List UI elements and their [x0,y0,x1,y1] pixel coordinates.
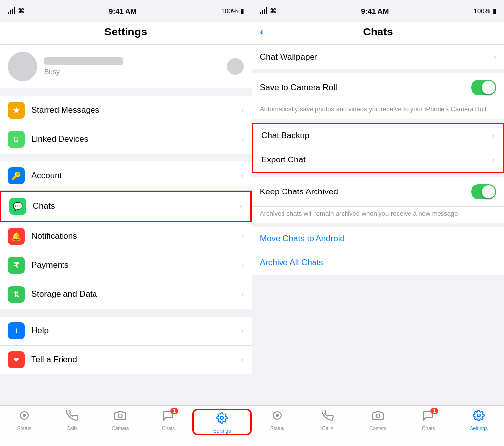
battery-percentage: 100% [221,7,238,15]
status-bar-right-icons: ⌘ [260,7,276,15]
sidebar-item-chats[interactable]: 💬 Chats › [0,191,252,222]
signal-icon [8,7,15,14]
chats-page-title: Chats [363,26,393,38]
keep-archived-item[interactable]: Keep Chats Archived [252,177,504,207]
chat-backup-item[interactable]: Chat Backup › [253,124,503,148]
status-tab-label: Status [17,426,31,431]
time-display-right: 9:41 AM [361,7,389,15]
chevron-icon: › [241,171,244,180]
chats-menu-icon: 💬 [9,198,26,215]
camera-tab-icon [114,410,126,424]
tab-status[interactable]: Status [0,409,48,431]
backup-label: Chat Backup [261,131,492,141]
status-bar-right: ⌘ 9:41 AM 100% ▮ [252,0,504,22]
right-section-wallpaper: Chat Wallpaper › [252,45,504,69]
chevron-icon: › [241,355,244,364]
profile-status: Busy [44,68,220,76]
sidebar-item-payments[interactable]: ₹ Payments › [0,251,252,280]
sidebar-item-starred[interactable]: ★ Starred Messages › [0,96,252,125]
tab-chats-right[interactable]: 1 Chats [403,409,453,431]
sidebar-item-help[interactable]: i Help › [0,317,252,346]
time-display: 9:41 AM [109,7,137,15]
keep-archived-label: Keep Chats Archived [260,187,471,197]
separator-2 [0,158,252,161]
toggle-knob-2 [482,185,495,198]
svg-point-7 [477,414,480,417]
avatar [8,52,37,81]
battery-percentage-right: 100% [474,7,490,15]
account-icon: 🔑 [8,167,25,184]
chats-badge-right: 1 [430,408,438,414]
right-section-archived: Keep Chats Archived Archived chats will … [252,177,504,223]
settings-tab-icon [216,412,228,427]
sidebar-item-storage[interactable]: ⇅ Storage and Data › [0,280,252,309]
status-tab-icon-right [271,410,283,424]
right-sep-bottom [252,279,504,283]
status-tab-icon [18,410,30,424]
camera-roll-label: Save to Camera Roll [260,83,471,93]
wallpaper-chevron: › [494,53,496,62]
chevron-icon: › [241,290,244,299]
storage-icon: ⇅ [8,286,25,303]
keep-archived-toggle[interactable] [471,184,496,199]
tab-calls-right[interactable]: Calls [302,409,352,431]
chevron-icon: › [241,261,244,270]
notifications-label: Notifications [32,231,241,241]
sidebar-item-linked[interactable]: 🖥 Linked Devices › [0,125,252,154]
tab-status-right[interactable]: Status [252,409,302,431]
tab-bar-right: Status Calls Camera [252,405,504,446]
camera-roll-subtitle: Automatically save photos and videos you… [252,102,504,119]
sidebar-item-account[interactable]: 🔑 Account › [0,161,252,191]
backup-chevron: › [492,131,495,140]
export-chat-item[interactable]: Export Chat › [253,148,503,172]
tab-chats-left[interactable]: 1 Chats [144,409,192,431]
camera-tab-label: Camera [112,426,129,431]
linked-icon: 🖥 [8,131,25,148]
svg-point-6 [376,414,380,418]
camera-roll-item[interactable]: Save to Camera Roll [252,73,504,102]
page-title: Settings [104,26,147,38]
chat-wallpaper-item[interactable]: Chat Wallpaper › [252,45,504,69]
tab-camera[interactable]: Camera [96,409,145,431]
chevron-icon: › [241,135,244,144]
profile-section[interactable]: Busy [0,45,252,88]
export-label: Export Chat [261,155,492,165]
settings-scroll[interactable]: Busy ★ Starred Messages › 🖥 Linked Devic… [0,45,252,405]
tab-settings[interactable]: Settings [192,409,252,435]
separator-4 [0,378,252,382]
wifi-icon: ⌘ [18,7,24,15]
linked-label: Linked Devices [32,134,241,144]
calls-tab-label-right: Calls [322,426,333,431]
chats-tab-icon: 1 [162,410,174,424]
tab-settings-right[interactable]: Settings [454,409,504,431]
chats-badge: 1 [170,408,178,414]
help-label: Help [32,326,241,336]
help-icon: i [8,322,25,339]
account-label: Account [32,171,241,181]
tab-bar-left: Status Calls Camera [0,405,252,446]
chevron-icon: › [240,202,242,211]
payments-icon: ₹ [8,257,25,274]
chats-tab-icon-right: 1 [422,410,434,424]
left-panel: ⌘ 9:41 AM 100% ▮ Settings Busy ★ Starred… [0,0,252,446]
archive-all-link[interactable]: Archive All Chats [252,251,504,275]
profile-info: Busy [44,57,220,76]
chevron-icon: › [241,106,244,115]
move-android-link[interactable]: Move Chats to Android [252,227,504,251]
starred-label: Starred Messages [32,105,241,115]
calls-tab-icon-right [322,410,334,424]
camera-roll-toggle[interactable] [471,80,496,95]
sidebar-item-tell-friend[interactable]: ❤ Tell a Friend › [0,346,252,374]
sidebar-item-notifications[interactable]: 🔔 Notifications › [0,222,252,251]
profile-qr-button[interactable] [227,58,244,75]
tab-calls[interactable]: Calls [48,409,96,431]
battery-icon-right: ▮ [493,7,496,15]
tab-camera-right[interactable]: Camera [353,409,403,431]
back-button[interactable]: ‹ [260,26,263,38]
archived-subtitle: Archived chats will remain archived when… [252,207,504,223]
chats-settings-scroll[interactable]: Chat Wallpaper › Save to Camera Roll Aut… [252,45,504,405]
signal-icon-right [260,7,267,14]
status-bar-left: ⌘ 9:41 AM 100% ▮ [0,0,252,22]
separator-1 [0,92,252,96]
settings-section-1: ★ Starred Messages › 🖥 Linked Devices › [0,96,252,154]
